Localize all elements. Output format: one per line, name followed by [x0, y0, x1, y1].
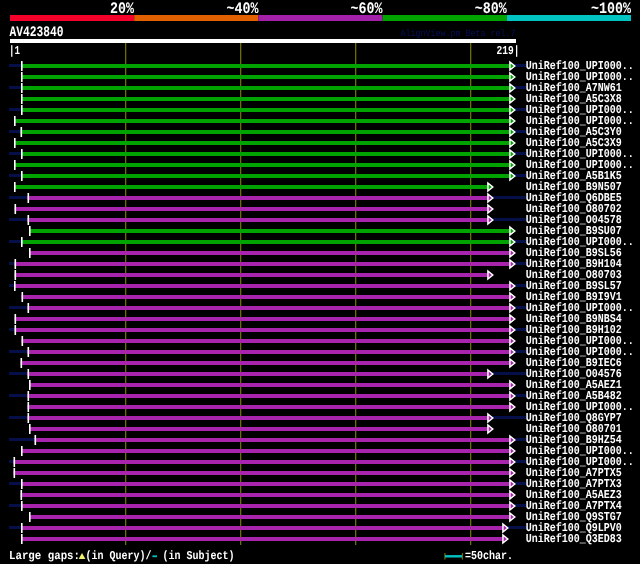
svg-text:~40%: ~40% [226, 0, 258, 18]
svg-text:~60%: ~60% [351, 0, 383, 18]
svg-text:|1: |1 [9, 44, 20, 58]
svg-text:~100%: ~100% [591, 0, 631, 18]
svg-text:(in Subject): (in Subject) [163, 549, 235, 563]
svg-text:219|: 219| [497, 44, 520, 58]
svg-text:UniRef100_Q3ED83: UniRef100_Q3ED83 [526, 532, 622, 546]
svg-text:AlignView.pm Beta rel.7: AlignView.pm Beta rel.7 [401, 28, 516, 39]
svg-text:Large gaps:: Large gaps: [9, 549, 80, 563]
svg-text:~80%: ~80% [475, 0, 507, 18]
svg-text:AV423840: AV423840 [10, 25, 64, 41]
svg-text:(in Query)/: (in Query)/ [86, 549, 152, 563]
svg-text:=50char.: =50char. [465, 549, 513, 563]
svg-text:20%: 20% [110, 0, 134, 18]
